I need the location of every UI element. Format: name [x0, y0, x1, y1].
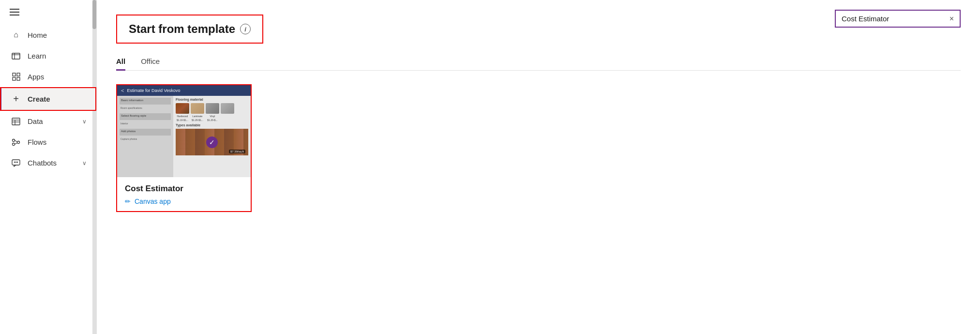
- app-preview: < Estimate for David Veskovo Basic infor…: [117, 85, 251, 177]
- sidebar-item-data-label: Data: [28, 117, 43, 125]
- template-card-image: < Estimate for David Veskovo Basic infor…: [117, 85, 251, 177]
- sidebar-item-apps[interactable]: Apps: [0, 66, 96, 87]
- search-box-container: ×: [835, 10, 961, 28]
- svg-rect-7: [12, 118, 20, 125]
- sidebar-item-photos: Add photos: [120, 129, 171, 136]
- chatbots-chevron-icon: ∨: [82, 160, 87, 167]
- app-preview-bottom: ✓ $7.39/sq ft: [176, 129, 248, 155]
- section-title-box: Start from template i: [116, 15, 263, 44]
- back-arrow-icon: <: [121, 88, 124, 93]
- price-badge: $7.39/sq ft: [229, 150, 245, 153]
- create-icon: +: [11, 93, 21, 105]
- search-box: ×: [835, 10, 961, 28]
- swatch-hardwood: [176, 103, 189, 114]
- svg-rect-3: [13, 73, 15, 76]
- materials-label: Flooring material: [176, 98, 248, 101]
- svg-rect-4: [17, 73, 20, 76]
- template-card-info: Cost Estimator ✏ Canvas app: [117, 177, 251, 211]
- hamburger-button[interactable]: [0, 0, 96, 20]
- app-preview-main: Flooring material Hardwood $1.10-$1... L…: [173, 96, 251, 177]
- chatbots-icon: [11, 159, 21, 167]
- template-card-title: Cost Estimator: [125, 184, 243, 194]
- template-card-type-label: Canvas app: [135, 197, 171, 205]
- search-clear-button[interactable]: ×: [950, 15, 954, 23]
- material-swatches-row: Hardwood $1.10-$1... Laminate $1.20-$1..…: [176, 103, 248, 121]
- sidebar-item-create-label: Create: [28, 95, 50, 103]
- svg-point-18: [15, 162, 16, 163]
- sidebar: ⌂ Home Learn Apps: [0, 0, 97, 334]
- sidebar-item-flows-label: Flows: [28, 138, 46, 146]
- section-title: Start from template: [129, 22, 235, 36]
- svg-point-12: [17, 141, 20, 143]
- template-card-cost-estimator[interactable]: < Estimate for David Veskovo Basic infor…: [116, 84, 252, 212]
- sidebar-item-learn[interactable]: Learn: [0, 46, 96, 66]
- main-content: × Start from template i All Office < Est…: [97, 0, 980, 334]
- svg-point-17: [14, 162, 15, 163]
- flows-icon: [11, 138, 21, 146]
- types-label: Types available: [176, 123, 248, 127]
- sidebar-item-apps-label: Apps: [28, 73, 44, 81]
- tab-office[interactable]: Office: [141, 57, 160, 71]
- checkmark-icon: ✓: [206, 137, 218, 148]
- sidebar-item-data[interactable]: Data ∨: [0, 111, 96, 132]
- sidebar-item-home[interactable]: ⌂ Home: [0, 24, 96, 46]
- tabs-row: All Office: [116, 57, 961, 71]
- sidebar-item-chatbots[interactable]: Chatbots ∨: [0, 152, 96, 173]
- sidebar-item-chatbots-label: Chatbots: [28, 159, 57, 167]
- data-icon: [11, 118, 21, 125]
- svg-point-11: [13, 139, 15, 141]
- swatch-extra: [221, 103, 234, 114]
- svg-line-14: [15, 140, 17, 142]
- svg-rect-6: [17, 77, 20, 80]
- svg-rect-0: [12, 53, 20, 59]
- svg-point-19: [17, 162, 18, 163]
- apps-icon: [11, 73, 21, 81]
- svg-rect-5: [13, 77, 15, 80]
- data-chevron-icon: ∨: [82, 118, 87, 125]
- info-icon[interactable]: i: [240, 24, 251, 34]
- svg-line-15: [15, 143, 17, 144]
- sidebar-item-basic: Basic information: [120, 98, 171, 105]
- pencil-icon: ✏: [125, 197, 131, 205]
- tab-all[interactable]: All: [116, 57, 125, 71]
- sidebar-item-learn-label: Learn: [28, 52, 46, 60]
- svg-point-13: [13, 143, 15, 145]
- swatch-vinyl: [206, 103, 219, 114]
- sidebar-item-flows[interactable]: Flows: [0, 132, 96, 152]
- home-icon: ⌂: [11, 30, 21, 39]
- app-preview-header: < Estimate for David Veskovo: [117, 85, 251, 96]
- hamburger-icon: [10, 9, 19, 15]
- sidebar-item-create[interactable]: + Create: [0, 87, 96, 111]
- swatch-laminate: [191, 103, 204, 114]
- sidebar-item-home-label: Home: [28, 31, 47, 39]
- app-preview-sidebar: Basic information Room specifications Se…: [117, 96, 173, 177]
- template-grid: < Estimate for David Veskovo Basic infor…: [116, 84, 961, 212]
- app-preview-header-title: Estimate for David Veskovo: [127, 88, 180, 93]
- sidebar-item-flooring: Select flooring style: [120, 113, 171, 120]
- sidebar-nav: ⌂ Home Learn Apps: [0, 20, 96, 173]
- learn-icon: [11, 52, 21, 60]
- template-card-type: ✏ Canvas app: [125, 197, 243, 205]
- app-preview-body: Basic information Room specifications Se…: [117, 96, 251, 177]
- search-input[interactable]: [842, 15, 946, 23]
